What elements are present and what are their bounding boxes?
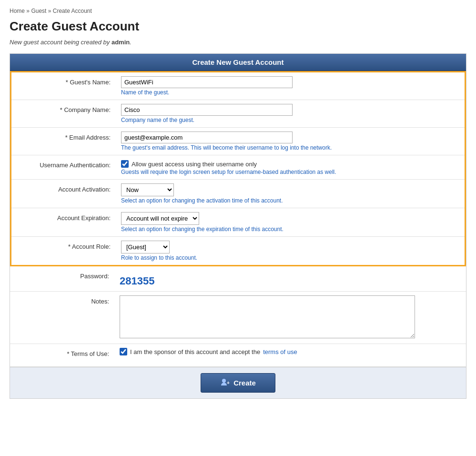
create-account-form: Create New Guest Account * Guest's Name:… [10,53,466,399]
subtitle-prefix: New guest account being created by [10,39,111,46]
breadcrumb-create: Create Account [53,8,92,14]
account-activation-label: Account Activation: [11,180,116,199]
username-auth-row: Username Authentication: Allow guest acc… [11,155,465,180]
account-role-helper: Role to assign to this account. [121,254,460,261]
terms-of-use-label: * Terms of Use: [10,344,115,363]
password-label: Password: [10,266,115,285]
guests-name-row: * Guest's Name: Name of the guest. [11,72,465,100]
password-value: 281355 [120,270,461,287]
email-address-field: The guest's email address. This will bec… [116,128,465,155]
account-expiration-helper: Select an option for changing the expira… [121,226,460,233]
account-activation-select[interactable]: Now Specific Date First Login [121,183,174,196]
terms-row: I am the sponsor of this account and acc… [120,348,461,355]
page-title: Create Guest Account [10,19,466,34]
account-expiration-select[interactable]: Account will not expire 1 Hour 1 Day 1 W… [121,212,199,225]
breadcrumb-sep1: » [26,8,30,14]
guests-name-label: * Guest's Name: [11,72,116,91]
breadcrumb-home: Home [10,8,25,14]
email-address-row: * Email Address: The guest's email addre… [11,128,465,155]
subtitle-user: admin [111,39,130,46]
terms-of-use-field: I am the sponsor of this account and acc… [115,344,466,359]
username-auth-checkbox-row: Allow guest access using their username … [121,160,460,168]
notes-row: Notes: [10,292,466,344]
company-name-helper: Company name of the guest. [121,117,460,123]
create-button-icon: + [220,377,230,388]
account-expiration-field: Account will not expire 1 Hour 1 Day 1 W… [116,208,465,236]
account-activation-helper: Select an option for changing the activa… [121,197,460,204]
form-header: Create New Guest Account [10,54,466,71]
account-expiration-label: Account Expiration: [11,208,116,227]
notes-field [115,292,466,344]
page-subtitle: New guest account being created by admin… [10,39,466,46]
highlighted-fields-section: * Guest's Name: Name of the guest. * Com… [10,71,466,266]
create-button-label: Create [233,379,256,387]
notes-label: Notes: [10,292,115,311]
guests-name-field: Name of the guest. [116,72,465,100]
form-footer: + Create [10,367,466,398]
account-activation-row: Account Activation: Now Specific Date Fi… [11,180,465,208]
company-name-label: * Company Name: [11,100,116,119]
terms-of-use-checkbox[interactable] [120,348,127,355]
password-row: Password: 281355 [10,266,466,292]
username-auth-label: Username Authentication: [11,155,116,174]
username-auth-helper: Guests will require the login screen set… [121,169,460,175]
username-auth-field: Allow guest access using their username … [116,155,465,179]
breadcrumb-guest: Guest [31,8,46,14]
svg-text:+: + [227,380,230,385]
username-auth-checkbox[interactable] [121,160,129,168]
user-plus-icon: + [220,377,230,387]
account-activation-field: Now Specific Date First Login Select an … [116,180,465,208]
email-address-label: * Email Address: [11,128,116,147]
breadcrumb-sep2: » [48,8,51,14]
account-role-label: * Account Role: [11,237,116,256]
company-name-row: * Company Name: Company name of the gues… [11,100,465,128]
company-name-field: Company name of the guest. [116,100,465,127]
terms-of-use-link[interactable]: terms of use [263,348,297,355]
svg-point-0 [222,379,226,383]
password-field: 281355 [115,266,466,291]
email-address-helper: The guest's email address. This will bec… [121,144,460,151]
account-role-select[interactable]: [Guest] [Contractor] [Employee] [121,241,170,253]
account-role-row: * Account Role: [Guest] [Contractor] [Em… [11,237,465,265]
username-auth-checkbox-label: Allow guest access using their username … [132,161,257,168]
guests-name-input[interactable] [121,76,293,88]
terms-of-use-row: * Terms of Use: I am the sponsor of this… [10,344,466,367]
company-name-input[interactable] [121,104,293,116]
guests-name-helper: Name of the guest. [121,89,460,96]
account-expiration-row: Account Expiration: Account will not exp… [11,208,465,237]
terms-text-prefix: I am the sponsor of this account and acc… [130,348,260,355]
notes-textarea[interactable] [120,295,415,338]
account-role-field: [Guest] [Contractor] [Employee] Role to … [116,237,465,265]
breadcrumb: Home » Guest » Create Account [10,8,466,14]
create-button[interactable]: + Create [201,373,275,393]
subtitle-suffix: . [130,39,132,46]
email-address-input[interactable] [121,132,293,143]
